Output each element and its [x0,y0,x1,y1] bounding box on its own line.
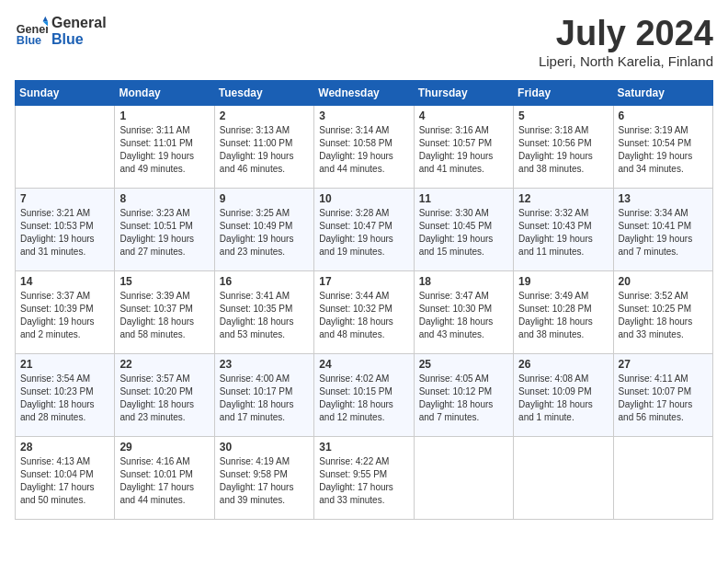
day-number: 12 [518,192,608,205]
day-number: 11 [419,192,508,205]
calendar-day-cell: 16Sunrise: 3:41 AM Sunset: 10:35 PM Dayl… [214,270,313,353]
day-number: 18 [419,275,508,288]
day-info: Sunrise: 4:05 AM Sunset: 10:12 PM Daylig… [419,373,508,424]
day-info: Sunrise: 3:18 AM Sunset: 10:56 PM Daylig… [518,124,608,176]
day-info: Sunrise: 3:47 AM Sunset: 10:30 PM Daylig… [419,290,508,341]
day-info: Sunrise: 3:21 AM Sunset: 10:53 PM Daylig… [20,207,109,259]
calendar-day-cell: 9Sunrise: 3:25 AM Sunset: 10:49 PM Dayli… [214,188,313,270]
day-number: 14 [20,275,109,288]
page-header: General Blue General Blue July 2024 Lipe… [15,15,713,69]
calendar-day-cell: 30Sunrise: 4:19 AM Sunset: 9:58 PM Dayli… [214,436,313,519]
day-number: 23 [220,358,309,371]
day-number: 22 [119,358,209,371]
day-info: Sunrise: 3:19 AM Sunset: 10:54 PM Daylig… [619,124,708,176]
calendar-week-row: 21Sunrise: 3:54 AM Sunset: 10:23 PM Dayl… [16,353,713,436]
day-info: Sunrise: 4:13 AM Sunset: 10:04 PM Daylig… [20,455,109,507]
day-info: Sunrise: 3:28 AM Sunset: 10:47 PM Daylig… [319,207,408,259]
calendar-day-cell: 17Sunrise: 3:44 AM Sunset: 10:32 PM Dayl… [314,270,414,353]
day-number: 15 [119,275,209,288]
day-number: 26 [518,358,608,371]
day-number: 16 [220,275,309,288]
day-info: Sunrise: 3:13 AM Sunset: 11:00 PM Daylig… [220,124,309,176]
day-number: 30 [220,441,309,454]
calendar-week-row: 1Sunrise: 3:11 AM Sunset: 11:01 PM Dayli… [16,105,713,188]
weekday-header-tuesday: Tuesday [214,80,313,105]
day-info: Sunrise: 3:23 AM Sunset: 10:51 PM Daylig… [119,207,209,259]
calendar-week-row: 28Sunrise: 4:13 AM Sunset: 10:04 PM Dayl… [16,436,713,519]
calendar-day-cell: 18Sunrise: 3:47 AM Sunset: 10:30 PM Dayl… [414,270,513,353]
weekday-header-saturday: Saturday [613,80,712,105]
day-number: 1 [119,109,209,122]
day-info: Sunrise: 4:22 AM Sunset: 9:55 PM Dayligh… [319,455,408,507]
day-info: Sunrise: 3:41 AM Sunset: 10:35 PM Daylig… [220,290,309,341]
calendar-day-cell: 5Sunrise: 3:18 AM Sunset: 10:56 PM Dayli… [514,105,613,188]
calendar-day-cell: 31Sunrise: 4:22 AM Sunset: 9:55 PM Dayli… [314,436,414,519]
weekday-header-monday: Monday [115,80,214,105]
day-number: 7 [20,192,109,205]
calendar-day-cell: 26Sunrise: 4:08 AM Sunset: 10:09 PM Dayl… [514,353,613,436]
day-info: Sunrise: 3:16 AM Sunset: 10:57 PM Daylig… [419,124,508,176]
month-title: July 2024 [539,15,713,53]
day-info: Sunrise: 3:25 AM Sunset: 10:49 PM Daylig… [220,207,309,259]
day-info: Sunrise: 3:14 AM Sunset: 10:58 PM Daylig… [319,124,408,176]
calendar-day-cell [613,436,712,519]
calendar-day-cell: 27Sunrise: 4:11 AM Sunset: 10:07 PM Dayl… [613,353,712,436]
calendar-day-cell: 7Sunrise: 3:21 AM Sunset: 10:53 PM Dayli… [16,188,115,270]
day-number: 2 [220,109,309,122]
day-number: 24 [319,358,408,371]
calendar-table: SundayMondayTuesdayWednesdayThursdayFrid… [15,80,713,520]
logo-text-general: General [51,15,107,31]
day-info: Sunrise: 4:08 AM Sunset: 10:09 PM Daylig… [518,373,608,424]
calendar-day-cell: 15Sunrise: 3:39 AM Sunset: 10:37 PM Dayl… [115,270,214,353]
calendar-day-cell [414,436,513,519]
calendar-day-cell: 6Sunrise: 3:19 AM Sunset: 10:54 PM Dayli… [613,105,712,188]
day-info: Sunrise: 4:00 AM Sunset: 10:17 PM Daylig… [220,373,309,424]
day-info: Sunrise: 4:02 AM Sunset: 10:15 PM Daylig… [319,373,408,424]
day-number: 13 [619,192,708,205]
day-info: Sunrise: 3:11 AM Sunset: 11:01 PM Daylig… [119,124,209,176]
day-info: Sunrise: 4:19 AM Sunset: 9:58 PM Dayligh… [220,455,309,507]
day-info: Sunrise: 3:49 AM Sunset: 10:28 PM Daylig… [518,290,608,341]
logo: General Blue General Blue [15,15,107,48]
day-number: 27 [619,358,708,371]
calendar-day-cell: 24Sunrise: 4:02 AM Sunset: 10:15 PM Dayl… [314,353,414,436]
title-section: July 2024 Liperi, North Karelia, Finland [539,15,713,69]
location-title: Liperi, North Karelia, Finland [539,53,713,69]
day-info: Sunrise: 3:32 AM Sunset: 10:43 PM Daylig… [518,207,608,259]
weekday-header-row: SundayMondayTuesdayWednesdayThursdayFrid… [16,80,713,105]
day-number: 19 [518,275,608,288]
day-number: 29 [119,441,209,454]
calendar-day-cell: 4Sunrise: 3:16 AM Sunset: 10:57 PM Dayli… [414,105,513,188]
calendar-day-cell: 29Sunrise: 4:16 AM Sunset: 10:01 PM Dayl… [115,436,214,519]
day-info: Sunrise: 3:44 AM Sunset: 10:32 PM Daylig… [319,290,408,341]
calendar-day-cell: 14Sunrise: 3:37 AM Sunset: 10:39 PM Dayl… [16,270,115,353]
day-number: 9 [220,192,309,205]
calendar-day-cell [16,105,115,188]
weekday-header-wednesday: Wednesday [314,80,414,105]
calendar-day-cell: 28Sunrise: 4:13 AM Sunset: 10:04 PM Dayl… [16,436,115,519]
logo-text-blue: Blue [51,31,107,48]
day-info: Sunrise: 3:57 AM Sunset: 10:20 PM Daylig… [119,373,209,424]
weekday-header-sunday: Sunday [16,80,115,105]
calendar-day-cell: 11Sunrise: 3:30 AM Sunset: 10:45 PM Dayl… [414,188,513,270]
day-number: 5 [518,109,608,122]
calendar-day-cell: 13Sunrise: 3:34 AM Sunset: 10:41 PM Dayl… [613,188,712,270]
day-info: Sunrise: 3:54 AM Sunset: 10:23 PM Daylig… [20,373,109,424]
svg-text:Blue: Blue [17,34,41,47]
calendar-day-cell: 3Sunrise: 3:14 AM Sunset: 10:58 PM Dayli… [314,105,414,188]
day-number: 17 [319,275,408,288]
day-number: 21 [20,358,109,371]
calendar-day-cell: 20Sunrise: 3:52 AM Sunset: 10:25 PM Dayl… [613,270,712,353]
day-info: Sunrise: 3:39 AM Sunset: 10:37 PM Daylig… [119,290,209,341]
calendar-day-cell: 22Sunrise: 3:57 AM Sunset: 10:20 PM Dayl… [115,353,214,436]
day-number: 10 [319,192,408,205]
day-info: Sunrise: 3:34 AM Sunset: 10:41 PM Daylig… [619,207,708,259]
calendar-day-cell: 10Sunrise: 3:28 AM Sunset: 10:47 PM Dayl… [314,188,414,270]
day-number: 3 [319,109,408,122]
day-info: Sunrise: 4:16 AM Sunset: 10:01 PM Daylig… [119,455,209,507]
day-number: 20 [619,275,708,288]
calendar-day-cell: 1Sunrise: 3:11 AM Sunset: 11:01 PM Dayli… [115,105,214,188]
day-number: 25 [419,358,508,371]
calendar-day-cell [514,436,613,519]
calendar-day-cell: 8Sunrise: 3:23 AM Sunset: 10:51 PM Dayli… [115,188,214,270]
